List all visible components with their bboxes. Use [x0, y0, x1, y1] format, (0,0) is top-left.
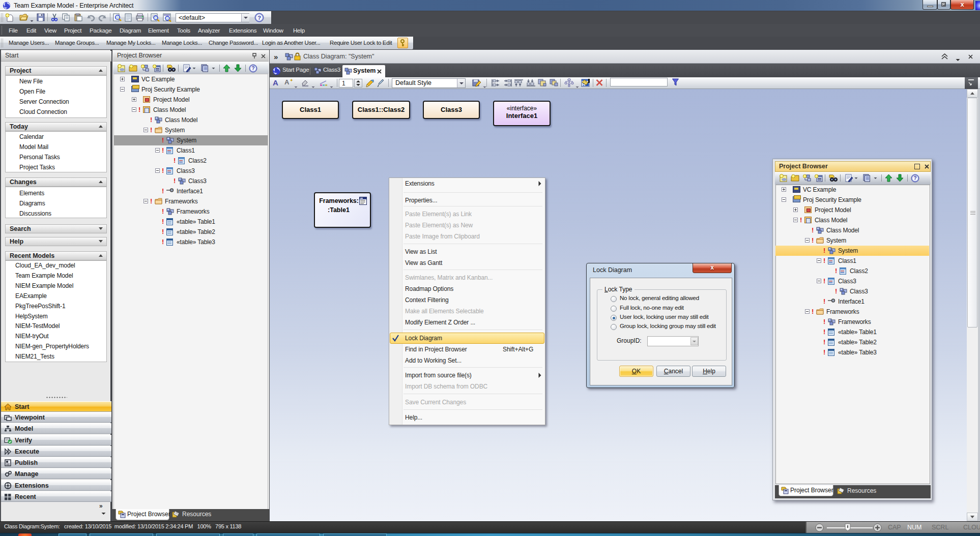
svg-text:?: ?: [257, 15, 261, 21]
svg-text:?: ?: [251, 66, 254, 71]
svg-text:?: ?: [913, 175, 916, 181]
